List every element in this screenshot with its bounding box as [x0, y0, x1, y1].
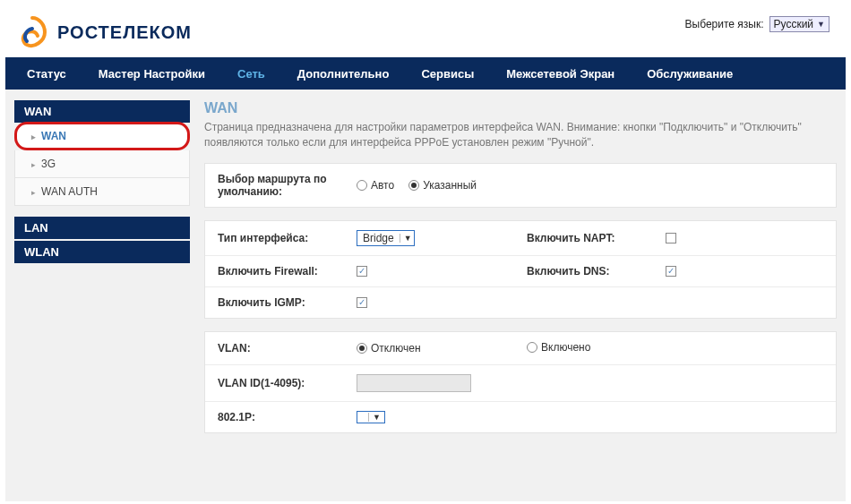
- brand: РОСТЕЛЕКОМ: [14, 14, 192, 50]
- vlan-8021p-label: 802.1P:: [218, 411, 357, 423]
- logo-icon: [14, 14, 50, 50]
- language-selector: Выберите язык: Русский ▼: [685, 16, 830, 32]
- firewall-label: Включить Firewall:: [218, 265, 357, 278]
- route-label: Выбор маршрута по умолчанию:: [218, 173, 357, 198]
- iface-type-select[interactable]: Bridge▼: [357, 230, 415, 246]
- radio-icon: [408, 180, 419, 191]
- nav-network[interactable]: Сеть: [221, 67, 281, 81]
- route-auto-option[interactable]: Авто: [357, 179, 394, 192]
- vlan-on-option[interactable]: Включено: [527, 341, 590, 354]
- page-title: WAN: [204, 100, 837, 116]
- nav-advanced[interactable]: Дополнительно: [281, 67, 406, 81]
- napt-label: Включить NAPT:: [527, 232, 666, 244]
- sidebar-head-wlan[interactable]: WLAN: [14, 241, 190, 263]
- chevron-down-icon: ▼: [817, 20, 825, 29]
- napt-checkbox[interactable]: [666, 233, 676, 243]
- sidebar-item-wan-auth[interactable]: ▸WAN AUTH: [14, 178, 190, 206]
- vlan-label: VLAN:: [218, 342, 357, 355]
- vlan-id-label: VLAN ID(1-4095):: [218, 377, 357, 389]
- radio-icon: [527, 342, 537, 353]
- iface-type-label: Тип интерфейса:: [218, 232, 357, 244]
- vlan-off-option[interactable]: Отключен: [357, 342, 421, 355]
- main-content: WAN Страница предназначена для настройки…: [204, 100, 837, 446]
- nav-wizard[interactable]: Мастер Настройки: [82, 67, 221, 81]
- sidebar-head-wan[interactable]: WAN: [14, 100, 190, 123]
- brand-text: РОСТЕЛЕКОМ: [57, 22, 192, 43]
- dns-checkbox[interactable]: [666, 266, 676, 277]
- vlan-id-input[interactable]: [357, 374, 471, 392]
- top-nav: Статус Мастер Настройки Сеть Дополнитель…: [5, 57, 846, 90]
- nav-services[interactable]: Сервисы: [405, 67, 490, 81]
- radio-icon: [357, 180, 367, 191]
- igmp-label: Включить IGMP:: [218, 296, 357, 309]
- panel-interface: Тип интерфейса: Bridge▼ Включить NAPT: В…: [204, 220, 837, 319]
- sidebar-item-wan[interactable]: ▸WAN: [14, 122, 190, 150]
- vlan-8021p-select[interactable]: ▼: [357, 411, 385, 423]
- radio-icon: [357, 343, 367, 354]
- header: РОСТЕЛЕКОМ Выберите язык: Русский ▼: [5, 14, 846, 57]
- sidebar-head-lan[interactable]: LAN: [14, 217, 190, 239]
- igmp-checkbox[interactable]: [357, 297, 367, 308]
- sidebar: WAN ▸WAN ▸3G ▸WAN AUTH LAN WLAN: [14, 100, 190, 263]
- nav-firewall[interactable]: Межсетевой Экран: [490, 67, 631, 81]
- firewall-checkbox[interactable]: [357, 266, 367, 277]
- chevron-down-icon: ▼: [400, 234, 412, 243]
- route-specified-option[interactable]: Указанный: [408, 179, 477, 192]
- nav-maintenance[interactable]: Обслуживание: [631, 67, 749, 81]
- language-label: Выберите язык:: [685, 18, 764, 30]
- panel-route: Выбор маршрута по умолчанию: Авто Указан…: [204, 163, 837, 208]
- language-select[interactable]: Русский ▼: [769, 16, 830, 32]
- sidebar-item-3g[interactable]: ▸3G: [14, 150, 190, 178]
- chevron-down-icon: ▼: [368, 413, 381, 422]
- dns-label: Включить DNS:: [527, 265, 666, 278]
- nav-status[interactable]: Статус: [11, 67, 82, 81]
- page-description: Страница предназначена для настройки пар…: [204, 120, 837, 150]
- panel-vlan: VLAN: Отключен Включено VLAN ID(1-4095):: [204, 331, 837, 433]
